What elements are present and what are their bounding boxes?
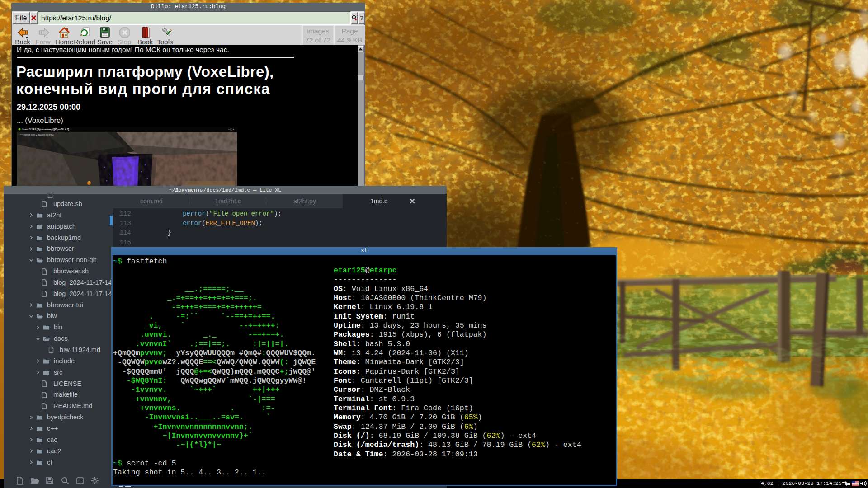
svg-text:Luanti 5.14.0 [Мультиплеер] [O: Luanti 5.14.0 [Мультиплеер] [OpenGL 4.6] (22, 128, 69, 131)
svg-text:– ▢ ×: – ▢ × (228, 128, 234, 131)
svg-text:*** testing_test_2 вышел из иг: *** testing_test_2 вышел из игры. (20, 133, 54, 136)
